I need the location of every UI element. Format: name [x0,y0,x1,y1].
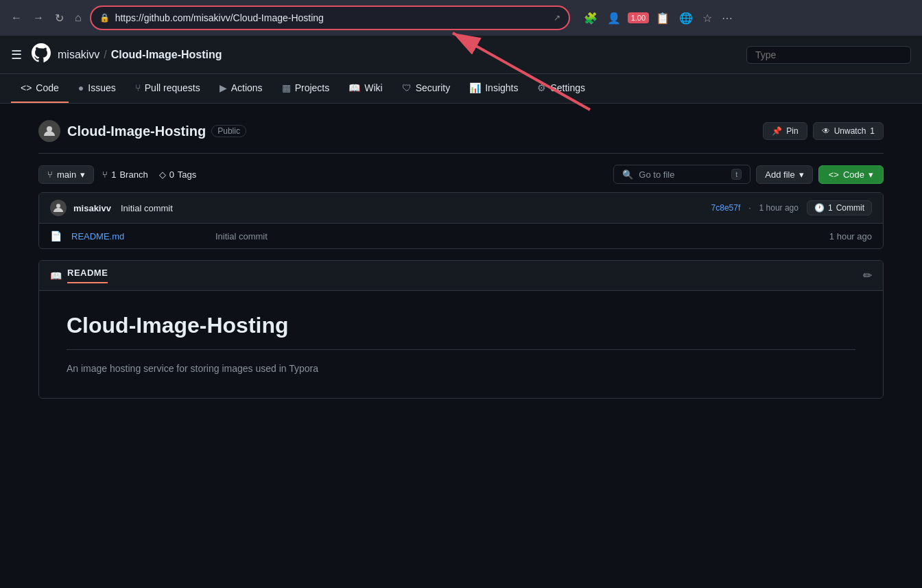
tab-navigation: <> Code ● Issues ⑂ Pull requests ▶ Actio… [0,74,922,104]
hamburger-menu-button[interactable]: ☰ [11,47,22,62]
repo-avatar [38,120,60,142]
security-tab-icon: 🛡 [402,82,412,93]
history-icon: 🕐 [814,203,825,213]
actions-tab-icon: ▶ [220,82,227,93]
wiki-tab-icon: 📖 [348,82,360,93]
global-search-input[interactable] [746,46,911,64]
header-right [746,46,911,64]
add-file-button[interactable]: Add file ▾ [756,165,812,184]
eye-icon: 👁 [822,126,830,136]
public-badge: Public [211,125,246,137]
pin-label: Pin [786,126,798,136]
add-file-label: Add file [765,169,794,180]
github-logo[interactable] [30,42,52,68]
tab-insights-label: Insights [485,82,518,93]
search-icon: 🔍 [622,169,633,180]
github-header: ☰ misakivv / Cloud-Image-Hosting [0,36,922,74]
code-tab-icon: <> [21,82,32,93]
file-name[interactable]: README.md [71,231,209,242]
tab-actions-label: Actions [231,82,263,93]
tab-settings[interactable]: ⚙ Settings [528,74,595,103]
repo-title-bar: Cloud-Image-Hosting Public 📌 Pin 👁 Unwat… [38,120,884,142]
home-button[interactable]: ⌂ [72,9,84,27]
tab-wiki[interactable]: 📖 Wiki [339,74,392,103]
go-to-file-placeholder: Go to file [639,169,674,180]
repo-name-breadcrumb[interactable]: Cloud-Image-Hosting [111,49,222,61]
tags-icon: ◇ [159,169,166,180]
tab-settings-label: Settings [550,82,585,93]
tab-pull-requests[interactable]: ⑂ Pull requests [126,74,210,103]
readme-icon: 📖 [50,270,62,281]
tab-wiki-label: Wiki [364,82,382,93]
pr-tab-icon: ⑂ [135,82,141,93]
commit-message[interactable]: Initial commit [121,203,173,213]
main-content: Cloud-Image-Hosting Public 📌 Pin 👁 Unwat… [22,104,900,415]
file-icon: 📄 [50,231,62,242]
unwatch-button[interactable]: 👁 Unwatch 1 [813,122,884,140]
refresh-button[interactable]: ↻ [52,9,67,27]
file-table: misakivv Initial commit 7c8e57f · 1 hour… [38,192,884,249]
owner-link[interactable]: misakivv [58,49,99,61]
tab-insights[interactable]: 📊 Insights [460,74,528,103]
branches-icon: ⑂ [102,169,108,180]
commit-count-button[interactable]: 🕐 1 Commit [807,200,872,215]
notes-icon[interactable]: 📋 [653,9,672,27]
extensions-icon[interactable]: 🧩 [581,9,600,27]
unwatch-count: 1 [870,126,875,136]
repo-title-actions: 📌 Pin 👁 Unwatch 1 [763,122,884,140]
code-button[interactable]: <> Code ▾ [818,165,884,184]
tab-code[interactable]: <> Code [11,74,69,103]
badge-button[interactable]: 1.00 [628,12,649,23]
tab-security[interactable]: 🛡 Security [392,74,460,103]
dropdown-chevron-icon: ▾ [80,169,85,180]
branch-selector-button[interactable]: ⑂ main ▾ [38,165,94,184]
commit-author-name[interactable]: misakivv [73,203,111,213]
table-row: 📄 README.md Initial commit 1 hour ago [39,224,883,248]
repo-divider [38,153,884,154]
projects-tab-icon: ▦ [282,82,291,93]
repo-name[interactable]: Cloud-Image-Hosting [67,124,206,139]
lock-icon: 🔒 [99,13,110,23]
file-time: 1 hour ago [829,231,872,242]
commit-header-row: misakivv Initial commit 7c8e57f · 1 hour… [39,193,883,224]
file-commit-message: Initial commit [215,231,823,242]
branches-link[interactable]: ⑂ 1 Branch [102,169,147,180]
branch-toolbar: ⑂ main ▾ ⑂ 1 Branch ◇ 0 Tags 🔍 [38,165,884,184]
issues-tab-icon: ● [78,82,84,93]
shortcut-badge: t [731,169,742,180]
back-button[interactable]: ← [8,9,25,27]
star-icon[interactable]: ☆ [700,9,715,27]
address-bar[interactable]: 🔒 https://github.com/misakivv/Cloud-Imag… [90,5,570,30]
download-icon[interactable]: 🌐 [676,9,696,27]
readme-body: Cloud-Image-Hosting An image hosting ser… [39,291,883,398]
settings-browser-icon[interactable]: ⋯ [719,9,735,27]
breadcrumb: misakivv / Cloud-Image-Hosting [58,49,222,61]
readme-section: 📖 README ✏ Cloud-Image-Hosting An image … [38,260,884,399]
svg-point-3 [56,204,60,208]
code-button-label: Code [843,169,864,180]
browser-chrome: ← → ↻ ⌂ 🔒 https://github.com/misakivv/Cl… [0,0,922,36]
tab-actions[interactable]: ▶ Actions [210,74,272,103]
svg-point-2 [47,126,52,132]
code-button-chevron-icon: ▾ [868,169,873,180]
readme-title: README [67,268,108,283]
commit-time: 1 hour ago [759,203,799,213]
pin-button[interactable]: 📌 Pin [763,122,807,140]
go-to-file-input[interactable]: 🔍 Go to file t [613,165,750,184]
tab-issues[interactable]: ● Issues [69,74,126,103]
readme-edit-button[interactable]: ✏ [863,269,872,282]
profile-icon[interactable]: 👤 [604,9,624,27]
branches-count: 1 [111,169,116,180]
commit-author-avatar [50,200,67,216]
tags-link[interactable]: ◇ 0 Tags [159,169,197,180]
forward-button[interactable]: → [30,9,47,27]
url-text: https://github.com/misakivv/Cloud-Image-… [115,12,548,23]
edit-pencil-icon: ✏ [863,270,872,281]
browser-right-icons: 🧩 👤 1.00 📋 🌐 ☆ ⋯ [581,9,735,27]
tab-projects[interactable]: ▦ Projects [272,74,340,103]
breadcrumb-separator: / [104,49,106,61]
commit-right: 7c8e57f · 1 hour ago 🕐 1 Commit [711,200,872,215]
commit-hash[interactable]: 7c8e57f [711,203,741,213]
unwatch-label: Unwatch [834,126,866,136]
tab-projects-label: Projects [295,82,330,93]
